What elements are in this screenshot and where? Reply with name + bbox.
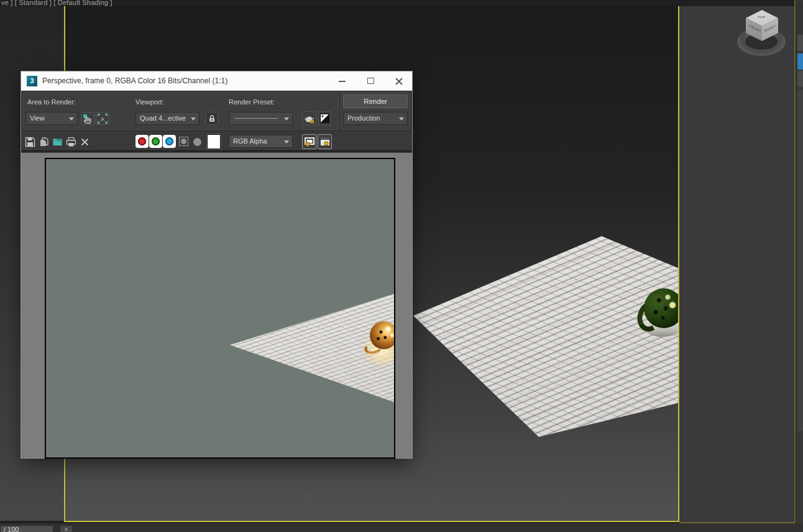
chevron-down-icon (399, 117, 404, 121)
close-button[interactable] (389, 71, 409, 91)
command-panel-edge (796, 0, 803, 532)
empty-preset-line (234, 118, 278, 119)
alpha-channel-toggle[interactable] (193, 138, 201, 146)
chevron-down-icon (284, 140, 289, 144)
svg-text:A: A (101, 116, 104, 122)
auto-region-button[interactable]: A (96, 112, 109, 125)
active-viewport-border-right (678, 6, 679, 522)
red-channel-toggle[interactable] (135, 135, 149, 148)
teapot-gear-icon (304, 113, 315, 124)
command-panel-button-sliver[interactable] (797, 35, 803, 51)
green-channel-icon (152, 137, 160, 145)
rendered-copper-sphere (370, 321, 395, 349)
rfw-toolbar: RGB Alpha (21, 132, 412, 152)
copy-image-button[interactable] (37, 135, 50, 148)
toggle-ui-panel-button[interactable] (318, 134, 332, 149)
channel-display-value: RGB Alpha (233, 137, 267, 145)
rfw-title-bar[interactable]: 3 Perspective, frame 0, RGBA Color 16 Bi… (21, 71, 412, 91)
scene-perforated-sphere[interactable] (644, 288, 678, 328)
render-preset-label: Render Preset: (229, 98, 275, 106)
copy-icon (39, 137, 49, 147)
right-viewport[interactable] (679, 6, 795, 522)
clone-window-icon (52, 137, 63, 147)
right-viewport-border-right (794, 0, 796, 523)
window-overlay-coin-icon (304, 136, 315, 147)
monochrome-toggle[interactable] (179, 137, 188, 146)
monochrome-icon (181, 139, 186, 144)
viewport-value: Quad 4...ective (140, 114, 186, 122)
command-panel-sliver (797, 2, 803, 32)
chevron-down-icon (69, 117, 74, 121)
time-slider-bar: / 100 > (0, 523, 803, 532)
command-panel-rollout-sliver[interactable] (797, 89, 803, 431)
red-channel-icon (138, 137, 146, 145)
viewcube[interactable]: TOP FRONT RIGHT (736, 9, 788, 58)
lock-icon (208, 114, 216, 123)
viewcube-cube[interactable]: TOP FRONT RIGHT (746, 10, 778, 41)
viewport-dropdown[interactable]: Quad 4...ective (135, 112, 200, 125)
maximize-icon (367, 78, 374, 84)
render-preset-dropdown[interactable] (229, 112, 293, 125)
exposure-contrast-icon (320, 114, 329, 123)
clear-x-icon (80, 137, 89, 147)
rendered-image[interactable] (45, 158, 395, 459)
environment-exposure-button[interactable] (318, 111, 331, 126)
command-panel-button-sliver[interactable] (797, 71, 803, 87)
render-setup-button[interactable] (302, 111, 316, 126)
lock-viewport-button[interactable] (206, 112, 218, 125)
clone-rendered-frame-button[interactable] (51, 135, 63, 148)
printer-icon (66, 137, 76, 147)
edit-region-button[interactable] (81, 112, 94, 125)
channel-display-dropdown[interactable]: RGB Alpha (229, 135, 293, 148)
rendered-texture-plane (46, 159, 394, 457)
toggle-ui-overlay-button[interactable] (302, 134, 316, 149)
minimize-button[interactable] (332, 71, 352, 91)
next-frame-button[interactable]: > (60, 525, 73, 532)
maximize-button[interactable] (360, 71, 380, 91)
window-panel-coin-icon (319, 136, 331, 147)
auto-region-icon: A (98, 114, 108, 124)
rendered-frame-window: 3 Perspective, frame 0, RGBA Color 16 Bi… (21, 71, 412, 458)
rfw-controls: Area to Render: View A Viewport: Quad 4.… (21, 91, 412, 132)
chevron-down-icon (284, 117, 289, 121)
area-to-render-value: View (30, 114, 45, 122)
minimize-icon (339, 81, 346, 82)
render-button[interactable]: Render (343, 94, 408, 108)
blue-channel-icon (165, 137, 173, 145)
3dsmax-logo-icon: 3 (27, 76, 37, 86)
clear-image-button[interactable] (78, 135, 91, 148)
rfw-title: Perspective, frame 0, RGBA Color 16 Bits… (42, 76, 227, 85)
green-channel-toggle[interactable] (149, 135, 162, 148)
print-image-button[interactable] (65, 135, 77, 148)
rfw-canvas (21, 153, 412, 458)
area-to-render-label: Area to Render: (27, 98, 76, 106)
active-viewport-border-bottom (64, 521, 679, 522)
background-color-swatch[interactable] (207, 134, 221, 149)
blue-channel-toggle[interactable] (163, 135, 176, 148)
current-frame-field[interactable]: / 100 (0, 525, 53, 532)
viewcube-top-label: TOP (758, 16, 766, 19)
chevron-down-icon (191, 117, 196, 121)
render-mode-value: Production (347, 114, 380, 122)
viewport-label: Viewport: (135, 98, 164, 106)
save-image-button[interactable] (24, 135, 36, 148)
save-icon (25, 137, 35, 147)
viewport-shading-label[interactable]: ve ] [ Standard ] [ Default Shading ] (1, 0, 112, 6)
area-to-render-dropdown[interactable]: View (25, 112, 78, 125)
render-mode-dropdown[interactable]: Production (343, 112, 408, 125)
hand-icon (83, 114, 93, 124)
command-panel-active-button-sliver[interactable] (797, 53, 803, 70)
